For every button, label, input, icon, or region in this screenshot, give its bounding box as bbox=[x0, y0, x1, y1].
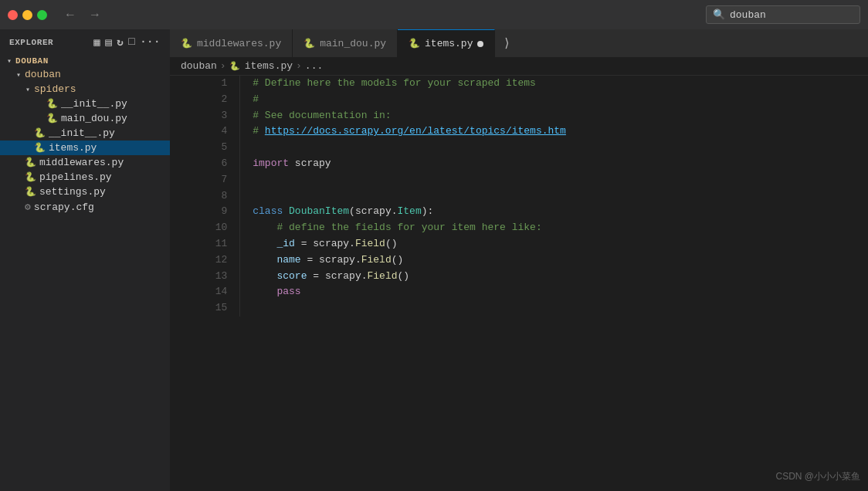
line-content: # Define here the models for your scrape… bbox=[240, 76, 868, 92]
tree-folder-spiders[interactable]: ▾ spiders bbox=[0, 82, 170, 97]
maximize-button[interactable] bbox=[37, 10, 47, 20]
line-content: # See documentation in: bbox=[240, 108, 868, 124]
traffic-lights bbox=[8, 10, 47, 20]
file-tree: ▾ DOUBAN ▾ douban ▾ spiders 🐍 __init__.p… bbox=[0, 55, 170, 491]
breadcrumb-sep: › bbox=[220, 60, 226, 72]
unsaved-dot bbox=[477, 41, 483, 47]
search-bar[interactable]: 🔍 bbox=[706, 5, 860, 24]
line-content: # bbox=[240, 92, 868, 108]
py-icon: 🐍 bbox=[303, 38, 315, 49]
main-layout: EXPLORER ▦ ▤ ↻ □ ··· ▾ DOUBAN ▾ douban bbox=[0, 29, 868, 491]
tree-file-douban-init[interactable]: 🐍 __init__.py bbox=[0, 126, 170, 141]
sidebar: EXPLORER ▦ ▤ ↻ □ ··· ▾ DOUBAN ▾ douban bbox=[0, 29, 170, 491]
line-content: # https://docs.scrapy.org/en/latest/topi… bbox=[240, 124, 868, 140]
folder-label: spiders bbox=[34, 83, 76, 95]
tree-file-middlewares[interactable]: 🐍 middlewares.py bbox=[0, 155, 170, 170]
tab-items[interactable]: 🐍 items.py bbox=[398, 29, 495, 57]
search-icon: 🔍 bbox=[713, 8, 725, 21]
tree-file-scrapy-cfg[interactable]: ⚙ scrapy.cfg bbox=[0, 199, 170, 215]
py-icon: 🐍 bbox=[409, 38, 420, 49]
sidebar-header: EXPLORER ▦ ▤ ↻ □ ··· bbox=[0, 29, 170, 55]
line-content: pass bbox=[240, 284, 868, 300]
code-line: 1 # Define here the models for your scra… bbox=[170, 76, 868, 92]
line-content bbox=[240, 300, 868, 317]
code-line: 3 # See documentation in: bbox=[170, 108, 868, 124]
tree-root-douban[interactable]: ▾ DOUBAN bbox=[0, 55, 170, 67]
line-number: 10 bbox=[170, 220, 240, 236]
breadcrumb: douban › 🐍 items.py › ... bbox=[170, 57, 868, 76]
line-number: 13 bbox=[170, 269, 240, 285]
tree-folder-douban[interactable]: ▾ douban bbox=[0, 67, 170, 82]
close-button[interactable] bbox=[8, 10, 18, 20]
tree-file-items[interactable]: 🐍 items.py bbox=[0, 141, 170, 155]
line-content: name = scrapy.Field() bbox=[240, 252, 868, 269]
file-label: scrapy.cfg bbox=[34, 201, 94, 213]
tab-middlewares[interactable]: 🐍 middlewares.py bbox=[170, 29, 293, 57]
py-icon: 🐍 bbox=[46, 113, 58, 124]
line-content: class DoubanItem(scrapy.Item): bbox=[240, 204, 868, 220]
forward-button[interactable]: → bbox=[86, 8, 104, 22]
line-number: 8 bbox=[170, 188, 240, 205]
new-folder-icon[interactable]: ▤ bbox=[105, 36, 112, 49]
code-line: 8 bbox=[170, 188, 868, 205]
tabs-bar: 🐍 middlewares.py 🐍 main_dou.py 🐍 items.p… bbox=[170, 29, 868, 57]
collapse-all-icon[interactable]: □ bbox=[128, 36, 135, 49]
tab-label: main_dou.py bbox=[320, 38, 386, 49]
tree-file-settings[interactable]: 🐍 settings.py bbox=[0, 185, 170, 199]
file-label: settings.py bbox=[39, 186, 106, 198]
tab-label: middlewares.py bbox=[197, 38, 281, 49]
minimize-button[interactable] bbox=[22, 10, 32, 20]
code-line: 11 _id = scrapy.Field() bbox=[170, 236, 868, 252]
code-line: 14 pass bbox=[170, 284, 868, 300]
title-bar: ← → 🔍 bbox=[0, 0, 868, 29]
nav-buttons: ← → bbox=[61, 8, 104, 22]
line-number: 15 bbox=[170, 300, 240, 317]
search-input[interactable] bbox=[730, 9, 853, 21]
tree-file-pipelines[interactable]: 🐍 pipelines.py bbox=[0, 170, 170, 185]
tree-file-spiders-init[interactable]: 🐍 __init__.py bbox=[0, 97, 170, 111]
file-label: items.py bbox=[49, 142, 97, 154]
explorer-label: EXPLORER bbox=[9, 38, 53, 47]
line-content: score = scrapy.Field() bbox=[240, 269, 868, 285]
folder-label: douban bbox=[25, 69, 61, 80]
line-number: 12 bbox=[170, 252, 240, 269]
code-line: 13 score = scrapy.Field() bbox=[170, 269, 868, 285]
py-icon: 🐍 bbox=[34, 127, 46, 139]
tab-main-dou[interactable]: 🐍 main_dou.py bbox=[293, 29, 398, 57]
new-file-icon[interactable]: ▦ bbox=[93, 36, 100, 49]
code-line: 5 bbox=[170, 140, 868, 156]
more-icon[interactable]: ··· bbox=[140, 36, 161, 49]
refresh-icon[interactable]: ↻ bbox=[117, 36, 124, 49]
code-editor[interactable]: 1 # Define here the models for your scra… bbox=[170, 76, 868, 491]
editor-area: 🐍 middlewares.py 🐍 main_dou.py 🐍 items.p… bbox=[170, 29, 868, 491]
line-number: 14 bbox=[170, 284, 240, 300]
line-number: 5 bbox=[170, 140, 240, 156]
py-icon: 🐍 bbox=[34, 142, 46, 154]
line-number: 11 bbox=[170, 236, 240, 252]
chevron-icon: ▾ bbox=[22, 85, 34, 94]
tabs-overflow-icon[interactable]: ⟩ bbox=[495, 36, 518, 51]
file-label: main_dou.py bbox=[61, 113, 127, 124]
gear-icon: ⚙ bbox=[25, 201, 31, 213]
watermark: CSDN @小小小菜鱼 bbox=[775, 470, 860, 483]
code-table: 1 # Define here the models for your scra… bbox=[170, 76, 868, 317]
breadcrumb-items: items.py bbox=[245, 60, 293, 72]
py-icon: 🐍 bbox=[25, 186, 36, 198]
line-number: 7 bbox=[170, 172, 240, 188]
line-number: 3 bbox=[170, 108, 240, 124]
line-number: 9 bbox=[170, 204, 240, 220]
code-line: 6 import scrapy bbox=[170, 156, 868, 172]
line-content bbox=[240, 140, 868, 156]
line-content: # define the fields for your item here l… bbox=[240, 220, 868, 236]
py-icon: 🐍 bbox=[46, 98, 58, 110]
line-number: 1 bbox=[170, 76, 240, 92]
code-line: 10 # define the fields for your item her… bbox=[170, 220, 868, 236]
file-label: pipelines.py bbox=[39, 171, 112, 183]
py-icon: 🐍 bbox=[25, 171, 36, 183]
chevron-icon: ▾ bbox=[3, 56, 15, 66]
back-button[interactable]: ← bbox=[61, 8, 80, 22]
py-icon: 🐍 bbox=[229, 61, 240, 71]
line-number: 6 bbox=[170, 156, 240, 172]
line-content bbox=[240, 188, 868, 205]
tree-file-main-dou[interactable]: 🐍 main_dou.py bbox=[0, 111, 170, 126]
